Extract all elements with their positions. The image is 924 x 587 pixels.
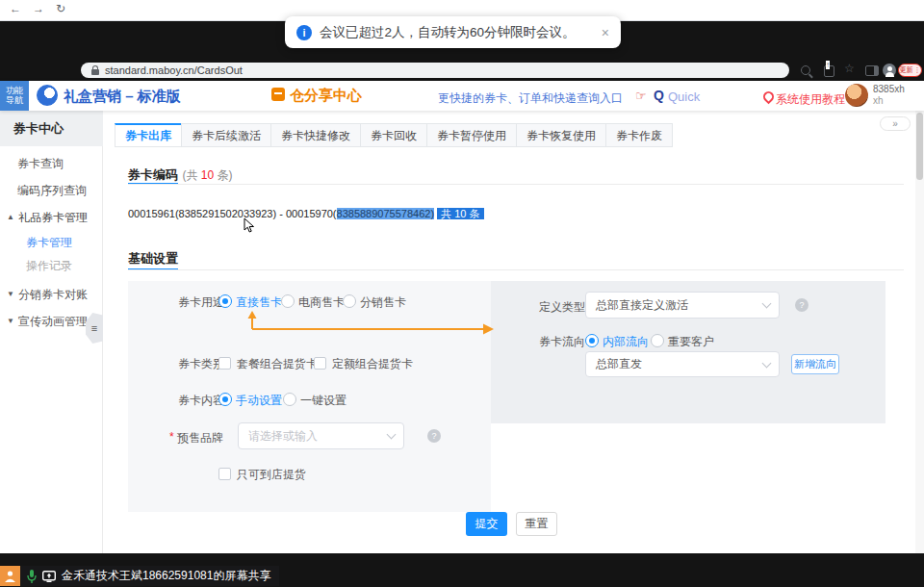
quick-entry-text[interactable]: 更快捷的券卡、订单和快递查询入口 <box>438 90 623 107</box>
codes-title: 券卡编码 <box>128 167 178 182</box>
scrollbar-thumb[interactable] <box>916 113 923 180</box>
mouse-cursor <box>244 217 255 233</box>
microphone-icon <box>27 570 37 583</box>
tab-recycle[interactable]: 券卡回收 <box>360 123 427 147</box>
caret-up-icon: ▲ <box>7 208 14 227</box>
presenter-icon <box>0 566 20 586</box>
brand-label: 预售品牌 <box>177 430 223 446</box>
usage-option-distribution[interactable]: 分销售卡 <box>360 294 406 310</box>
caret-down-icon: ▼ <box>7 312 14 331</box>
toast-close-icon[interactable]: × <box>602 25 609 40</box>
required-asterisk: * <box>169 430 174 444</box>
quick-label[interactable]: Quick <box>668 89 700 104</box>
reset-button[interactable]: 重置 <box>516 512 557 536</box>
toast-message: 会议已超过2人，自动转为60分钟限时会议。 <box>320 24 576 41</box>
function-nav-toggle[interactable]: 功能 导航 <box>0 81 29 111</box>
chevron-down-icon <box>762 358 772 368</box>
category-label: 券卡类别 <box>178 356 224 371</box>
codes-count: 10 <box>201 168 214 182</box>
content-option-onekey[interactable]: 一键设置 <box>300 393 346 408</box>
checkbox-fixed-combo[interactable] <box>314 357 326 370</box>
tab-quick-modify[interactable]: 券卡快捷修改 <box>270 123 361 147</box>
content-option-manual[interactable]: 手动设置 <box>236 393 282 408</box>
flow-label: 券卡流向 <box>539 334 585 349</box>
share-status-text: 金禾通技术王斌18662591081的屏幕共享 <box>62 568 270 584</box>
category-option-fixed[interactable]: 定额组合提货卡 <box>332 356 413 371</box>
chevron-down-icon <box>762 299 772 309</box>
tutorial-link[interactable]: 系统使用教程 <box>776 91 845 108</box>
checkbox-package-combo[interactable] <box>218 357 231 370</box>
collapse-right-button[interactable]: » <box>880 116 911 131</box>
radio-distribution-sale[interactable] <box>343 294 356 308</box>
forward-icon[interactable]: → <box>33 0 44 17</box>
sidebar-item-card-query[interactable]: 券卡查询 <box>17 154 64 173</box>
radio-internal-flow[interactable] <box>585 334 599 347</box>
brand-select[interactable]: 请选择或输入 <box>238 422 404 449</box>
sidebar-group-distribution-reconcile[interactable]: 分销券卡对账 <box>18 285 88 304</box>
store-only-label[interactable]: 只可到店提货 <box>237 467 306 482</box>
lock-icon[interactable] <box>91 65 99 75</box>
sidebar-item-code-sequence-query[interactable]: 编码序列查询 <box>17 181 87 200</box>
flow-option-important[interactable]: 重要客户 <box>668 334 714 349</box>
sidebar-item-card-mgmt-active[interactable]: 券卡管理 <box>26 233 72 252</box>
url-text[interactable]: standard.maboy.cn/CardsOut <box>105 64 243 77</box>
tab-restore[interactable]: 券卡恢复使用 <box>516 123 606 147</box>
quick-search-icon[interactable]: Q <box>654 88 664 103</box>
flow-value: 总部直发 <box>596 356 642 372</box>
radio-direct-sale[interactable] <box>218 294 232 308</box>
tab-follow-activate[interactable]: 券卡后续激活 <box>181 123 271 147</box>
user-avatar[interactable] <box>845 84 868 107</box>
reload-icon[interactable]: ↻ <box>56 0 65 17</box>
card-code-range[interactable]: 00015961(8385291502033923) - 00015970(83… <box>128 207 484 221</box>
back-icon[interactable]: ← <box>10 0 21 17</box>
radio-onekey-setting[interactable] <box>283 393 296 406</box>
screen-share-bar: 金禾通技术王斌18662591081的屏幕共享 <box>0 566 279 586</box>
kebab-menu-icon: ⋮ <box>914 66 921 74</box>
chevron-down-icon <box>387 430 397 440</box>
section-divider <box>128 269 904 270</box>
flow-option-internal[interactable]: 内部流向 <box>603 334 649 349</box>
define-type-select[interactable]: 总部直接定义激活 <box>585 292 780 319</box>
tab-card-out[interactable]: 券卡出库 <box>115 123 182 147</box>
sidebar-item-operation-log[interactable]: 操作记录 <box>26 256 72 275</box>
annotation-arrow <box>243 310 497 335</box>
screen-share-icon <box>42 571 56 582</box>
checkbox-store-pickup-only[interactable] <box>218 468 231 480</box>
add-flow-button[interactable]: 新增流向 <box>791 354 839 374</box>
radio-manual-setting[interactable] <box>218 393 232 406</box>
sidebar-title: 券卡中心 <box>0 111 103 146</box>
browser-update-button[interactable]: 更新 ⋮ <box>898 64 922 77</box>
submit-button[interactable]: 提交 <box>466 512 507 536</box>
define-type-help-icon[interactable]: ? <box>795 298 808 312</box>
update-label: 更新 <box>900 65 913 75</box>
share-status-pill: 金禾通技术王斌18662591081的屏幕共享 <box>20 566 279 586</box>
tab-void[interactable]: 券卡作废 <box>605 123 673 147</box>
category-option-package[interactable]: 套餐组合提货卡 <box>237 356 318 371</box>
section-divider <box>128 184 904 185</box>
usage-option-ecommerce[interactable]: 电商售卡 <box>298 294 345 310</box>
bookmark-star-icon[interactable]: ☆ <box>844 62 855 75</box>
count-badge: 共 10 条 <box>437 208 483 219</box>
brand-help-icon[interactable]: ? <box>427 429 441 443</box>
content-label: 券卡内容 <box>178 393 224 408</box>
side-panel-icon[interactable] <box>865 65 879 76</box>
card-action-tabs: 券卡出库 券卡后续激活 券卡快捷修改 券卡回收 券卡暂停使用 券卡恢复使用 券卡… <box>116 123 673 147</box>
sidebar-group-gift-card-mgmt[interactable]: 礼品券卡管理 <box>18 208 88 227</box>
meeting-toast: i 会议已超过2人，自动转为60分钟限时会议。 × <box>285 16 621 48</box>
user-subname: xh <box>873 95 884 107</box>
share-icon[interactable] <box>824 65 834 77</box>
radio-important-customer[interactable] <box>651 334 664 347</box>
sidebar-group-promo-animation[interactable]: 宣传动画管理 <box>18 312 88 331</box>
app-logo-icon <box>37 85 58 106</box>
caret-down-icon: ▼ <box>7 285 14 304</box>
zoom-icon[interactable] <box>801 65 810 75</box>
radio-ecommerce-sale[interactable] <box>281 294 295 308</box>
share-center-link[interactable]: 仓分享中心 <box>290 87 362 105</box>
brand-placeholder: 请选择或输入 <box>248 428 318 445</box>
usage-option-direct[interactable]: 直接售卡 <box>236 294 282 310</box>
browser-profile-avatar[interactable] <box>883 64 896 77</box>
app-title: 礼盒营销 – 标准版 <box>64 88 181 106</box>
define-type-value: 总部直接定义激活 <box>596 297 688 314</box>
tab-suspend[interactable]: 券卡暂停使用 <box>426 123 517 147</box>
flow-select[interactable]: 总部直发 <box>585 351 780 377</box>
